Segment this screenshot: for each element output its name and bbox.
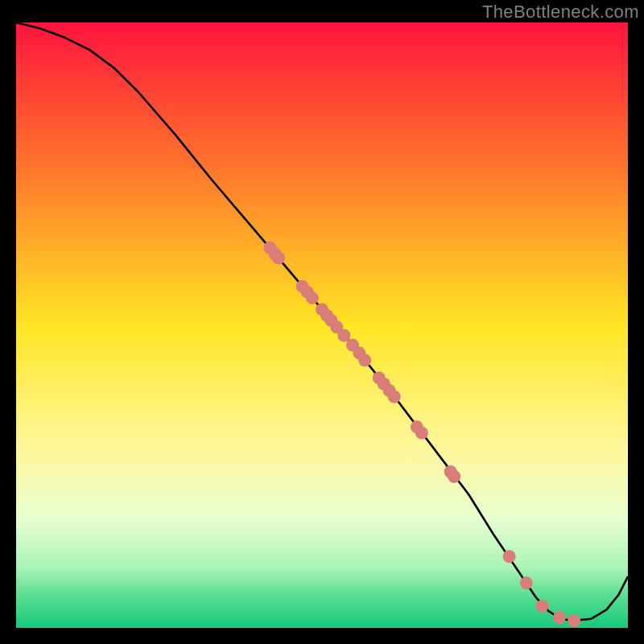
data-point bbox=[272, 252, 285, 265]
data-point bbox=[568, 614, 580, 627]
data-point bbox=[306, 291, 319, 304]
data-point bbox=[358, 354, 371, 367]
data-point bbox=[503, 550, 516, 563]
data-point bbox=[337, 329, 350, 342]
data-point bbox=[415, 427, 428, 440]
plot-area bbox=[16, 23, 628, 628]
data-point bbox=[448, 470, 460, 483]
watermark-label: TheBottleneck.com bbox=[482, 2, 639, 23]
gradient-background bbox=[16, 23, 628, 628]
chart-container: TheBottleneck.com bbox=[0, 0, 644, 644]
data-point bbox=[536, 600, 549, 613]
data-point bbox=[520, 576, 533, 589]
plot-svg bbox=[16, 23, 628, 628]
data-point bbox=[553, 611, 566, 624]
data-point bbox=[388, 390, 401, 403]
